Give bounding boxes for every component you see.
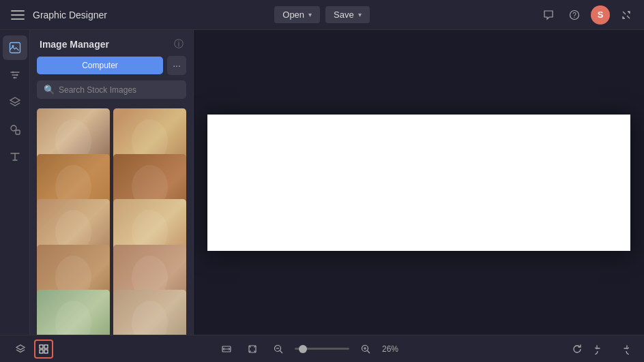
sidebar-item-filter[interactable] [3, 63, 27, 87]
layers-bottom-icon [15, 344, 26, 355]
svg-rect-14 [44, 350, 48, 353]
sidebar-item-layers[interactable] [3, 90, 27, 115]
zoom-out-button[interactable] [269, 340, 288, 359]
refresh-icon [572, 344, 583, 355]
zoom-out-icon [273, 344, 284, 355]
image-manager-panel: Image Manager ⓘ Computer ··· 🔍 [30, 30, 194, 335]
icon-sidebar [0, 30, 30, 335]
svg-line-2 [623, 12, 626, 14]
search-icon: 🔍 [44, 85, 55, 95]
svg-point-7 [16, 74, 18, 76]
save-button[interactable]: Save ▾ [325, 6, 370, 23]
layers-icon [9, 96, 21, 108]
svg-rect-13 [40, 350, 43, 353]
topbar-left: Graphic Designer [8, 5, 274, 25]
undo-icon [595, 344, 606, 355]
text-icon [9, 151, 21, 163]
image-icon [9, 42, 21, 54]
filter-icon [9, 69, 21, 81]
chevron-down-icon: ▾ [358, 11, 362, 18]
svg-rect-10 [16, 130, 20, 134]
grid-view-button[interactable] [34, 340, 53, 359]
svg-point-6 [12, 72, 14, 74]
svg-rect-11 [40, 345, 43, 348]
chevron-down-icon: ▾ [308, 11, 312, 18]
fit-width-button[interactable] [217, 340, 236, 359]
avatar[interactable]: S [591, 5, 610, 25]
elements-icon [9, 123, 21, 136]
canvas-area[interactable] [194, 30, 644, 335]
topbar: Graphic Designer Open ▾ Save ▾ ? S [0, 0, 644, 30]
app-title: Graphic Designer [33, 10, 107, 20]
zoom-slider[interactable] [295, 348, 349, 350]
save-label: Save [334, 10, 354, 20]
image-tile[interactable] [37, 290, 110, 335]
chat-icon [543, 10, 554, 20]
redo-button[interactable] [614, 340, 633, 359]
more-options-button[interactable]: ··· [167, 56, 186, 75]
hamburger-icon [11, 8, 25, 22]
undo-button[interactable] [591, 340, 610, 359]
open-button[interactable]: Open ▾ [274, 6, 320, 23]
panel-title: Image Manager [40, 39, 109, 50]
expand-icon [621, 10, 631, 20]
grid-icon [38, 344, 49, 355]
main: Image Manager ⓘ Computer ··· 🔍 [0, 30, 644, 335]
help-button[interactable]: ? [565, 5, 584, 25]
menu-button[interactable] [8, 5, 27, 25]
panel-header: Image Manager ⓘ [30, 30, 193, 56]
svg-point-8 [13, 77, 15, 79]
bottom-left-tools [11, 340, 53, 359]
expand-button[interactable] [617, 5, 636, 25]
bottom-bar: 26% [0, 335, 644, 362]
svg-line-3 [627, 16, 630, 18]
search-bar: 🔍 [37, 80, 186, 99]
topbar-right: ? S [370, 5, 636, 25]
zoom-in-button[interactable] [356, 340, 375, 359]
white-canvas [207, 115, 630, 251]
fit-page-icon [247, 344, 258, 355]
open-label: Open [282, 10, 304, 20]
help-icon: ? [569, 10, 580, 20]
sidebar-item-text[interactable] [3, 145, 27, 169]
chat-button[interactable] [539, 5, 558, 25]
redo-icon [618, 344, 629, 355]
fit-page-button[interactable] [243, 340, 262, 359]
refresh-button[interactable] [568, 340, 587, 359]
zoom-in-icon [360, 344, 371, 355]
image-grid [30, 106, 193, 335]
sidebar-item-elements[interactable] [3, 117, 27, 142]
layers-toggle-button[interactable] [11, 340, 30, 359]
image-tile[interactable] [113, 290, 186, 335]
bottom-right-tools [568, 340, 633, 359]
search-input[interactable] [59, 85, 179, 95]
computer-tab[interactable]: Computer [37, 57, 163, 74]
svg-point-5 [12, 45, 14, 47]
topbar-center: Open ▾ Save ▾ [274, 6, 369, 23]
svg-text:?: ? [572, 12, 576, 19]
info-icon[interactable]: ⓘ [174, 38, 184, 50]
bottom-center-tools: 26% [217, 340, 404, 359]
svg-rect-12 [44, 345, 48, 348]
sidebar-item-images[interactable] [3, 35, 27, 60]
panel-tabs: Computer ··· [30, 56, 193, 80]
fit-width-icon [221, 344, 232, 355]
zoom-label: 26% [382, 344, 404, 354]
